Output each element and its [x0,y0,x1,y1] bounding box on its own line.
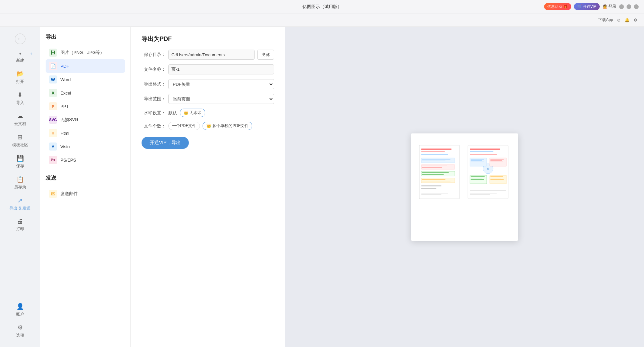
titlebar: 亿图图示（试用版） 优惠活动 🎁 🛒 开通VIP 🙍 登录 − □ × [0,0,644,13]
send-item-email-label: 发送邮件 [60,191,78,197]
sidebar-item-template[interactable]: ⊞ 模板社区 [0,130,40,151]
maximize-button[interactable]: □ [627,4,631,9]
template-icon: ⊞ [17,133,22,141]
svg-rect-2 [421,151,445,152]
filename-row: 文件名称： [142,64,274,74]
send-item-email[interactable]: ✉ 发送邮件 [46,187,125,200]
sidebar-item-save-label: 保存 [16,163,24,169]
svg-rect-19 [421,194,441,195]
back-icon: ← [15,34,25,44]
content-area: 导出为PDF 保存目录： 浏览 文件名称： 导出格式： PDF矢量 [131,27,644,347]
svg-rect-17 [421,188,436,189]
svg-rect-29 [471,162,484,162]
svg-rect-23 [470,149,500,150]
minimize-button[interactable]: − [619,4,624,9]
export-item-visio-label: Visio [60,144,70,149]
filename-input[interactable] [168,64,274,74]
print-icon: 🖨 [17,218,23,225]
format-label: 导出格式： [142,81,166,87]
excel-icon: X [49,89,57,97]
sidebar-item-import[interactable]: ⬇ 导入 [0,88,40,109]
export-item-ps-label: PS/EPS [60,158,76,163]
save-path-label: 保存目录： [142,52,166,58]
send-list: ✉ 发送邮件 [46,187,125,200]
promo-button[interactable]: 优惠活动 🎁 [544,3,571,10]
range-label: 导出范围： [142,96,166,102]
sidebar-item-new[interactable]: ✦ 新建 + [0,48,40,67]
sidebar-item-print[interactable]: 🖨 打印 [0,215,40,235]
svg-rect-13 [421,178,455,183]
file-count-multiple-button[interactable]: 👑 多个单独的PDF文件 [203,122,252,130]
export-item-visio[interactable]: V Visio [46,140,125,153]
export-item-pdf[interactable]: 📄 PDF [46,59,125,73]
window-controls: − □ × [619,4,639,9]
svg-rect-5 [422,159,450,160]
svg-rect-7 [421,165,455,169]
save-path-input[interactable] [168,50,255,60]
file-count-label: 文件个数： [142,123,166,129]
toolbar2: 下载App ⊙ 🔔 ⚙ [0,13,644,27]
sidebar-item-options-label: 选项 [16,333,24,338]
new-icon: ✦ [18,52,22,56]
export-item-word-label: Word [60,77,71,82]
sidebar-item-cloud[interactable]: ☁ 云文档 [0,109,40,130]
svg-rect-31 [490,159,504,160]
export-item-image[interactable]: 🖼 图片（PNG、JPG等） [46,46,125,59]
format-select[interactable]: PDF矢量 [168,79,274,89]
export-vip-button[interactable]: 开通VIP，导出 [142,137,189,149]
sidebar-item-account[interactable]: 👤 账户 [0,299,40,321]
sidebar-item-saveas[interactable]: 📋 另存为 [0,172,40,193]
svg-rect-1 [421,149,451,150]
svg-rect-18 [421,193,448,193]
options-icon: ⚙ [17,324,23,331]
visio-icon: V [49,142,57,151]
file-count-single-button[interactable]: 一个PDF文件 [168,122,200,130]
watermark-label: 水印设置： [142,110,166,116]
vip-button[interactable]: 🛒 开通VIP [574,3,600,10]
sidebar-item-cloud-label: 云文档 [14,121,26,127]
svg-rect-40 [490,178,501,178]
close-button[interactable]: × [634,4,639,9]
toolbar2-btn3[interactable]: ⚙ [634,18,637,22]
export-form-area: 导出为PDF 保存目录： 浏览 文件名称： 导出格式： PDF矢量 [131,27,285,347]
sidebar-item-save[interactable]: 💾 保存 [0,151,40,172]
svg-rect-24 [470,151,493,152]
sidebar-item-template-label: 模板社区 [12,142,28,148]
export-item-html-label: Html [60,131,69,136]
toolbar2-btn2[interactable]: 🔔 [625,18,630,22]
export-item-html[interactable]: H Html [46,126,125,140]
word-icon: W [49,75,57,83]
login-button[interactable]: 🙍 登录 [602,4,616,9]
browse-button[interactable]: 浏览 [257,50,274,60]
sidebar-item-saveas-label: 另存为 [14,184,26,190]
sidebar-bottom: 👤 账户 ⚙ 选项 [0,297,40,344]
main-container: ← ✦ 新建 + 📂 打开 ⬇ 导入 ☁ 云文档 ⊞ 模板社区 💾 保存 [0,27,644,347]
download-app-button[interactable]: 下载App [598,17,613,23]
sidebar-item-export[interactable]: ↗ 导出 & 发送 [0,193,40,215]
range-select[interactable]: 当前页面 [168,94,274,104]
export-item-ps[interactable]: Ps PS/EPS [46,153,125,167]
sidebar-item-options[interactable]: ⚙ 选项 [0,321,40,342]
export-item-svg-label: 无损SVG [60,117,78,123]
watermark-no-button[interactable]: 👑 无水印 [180,109,205,117]
toolbar2-btn1[interactable]: ⊙ [617,18,621,22]
ps-icon: Ps [49,156,57,164]
sidebar-item-open-label: 打开 [16,79,24,84]
export-item-svg[interactable]: SVG 无损SVG [46,113,125,126]
svg-rect-8 [422,166,447,166]
svg-rect-4 [421,158,455,163]
sidebar-item-open[interactable]: 📂 打开 [0,67,40,88]
export-item-excel-label: Excel [60,91,71,96]
import-icon: ⬇ [17,91,22,99]
svg-rect-12 [422,174,444,175]
svg-rect-28 [471,160,482,161]
export-item-ppt[interactable]: P PPT [46,100,125,113]
email-icon: ✉ [49,190,57,198]
ppt-icon: P [49,102,57,110]
range-row: 导出范围： 当前页面 [142,94,274,104]
export-item-word[interactable]: W Word [46,73,125,86]
form-title: 导出为PDF [142,35,274,43]
sidebar-item-account-label: 账户 [16,311,24,317]
back-button[interactable]: ← [0,30,40,48]
export-item-excel[interactable]: X Excel [46,86,125,100]
